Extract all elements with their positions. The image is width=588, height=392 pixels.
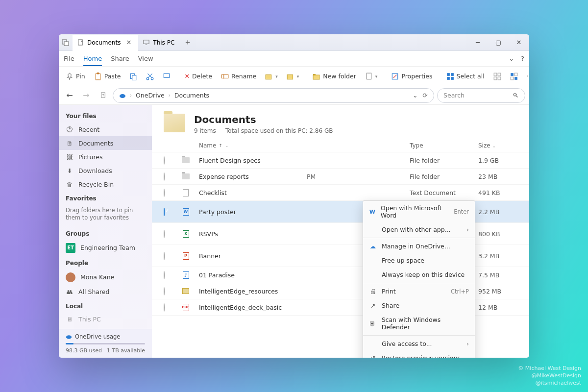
paste-button[interactable]: Paste	[91, 71, 124, 82]
context-item[interactable]: Open with other app...›	[363, 222, 475, 237]
sidebar-item-label: Recycle Bin	[78, 181, 114, 188]
onedrive-icon	[119, 92, 126, 99]
pin-button[interactable]: Pin	[63, 71, 88, 82]
file-icon	[181, 172, 190, 181]
file-row[interactable]: Fluent Design specs File folder 1.9 GB	[152, 152, 529, 169]
close-tab-icon[interactable]: ✕	[124, 39, 133, 46]
help-icon[interactable]: ?	[521, 55, 524, 62]
sidebar-item-group[interactable]: ET Engineering Team	[59, 240, 152, 256]
cut-button[interactable]	[143, 71, 157, 82]
shortcut: Ctrl+P	[451, 288, 469, 295]
breadcrumb-root[interactable]: OneDrive	[136, 92, 165, 99]
context-label: Print	[382, 288, 396, 295]
svg-rect-28	[514, 73, 517, 76]
sidebar-item-label: Recent	[78, 126, 99, 133]
doc-icon: 🗎	[66, 139, 74, 147]
add-tab-button[interactable]: ＋	[179, 37, 196, 48]
forward-button[interactable]: →	[79, 89, 93, 102]
sidebar-item-label: Documents	[78, 140, 113, 147]
svg-rect-15	[313, 74, 316, 75]
checkbox[interactable]	[164, 287, 165, 295]
tab-documents[interactable]: Documents ✕	[73, 35, 138, 51]
restore-icon: ↺	[369, 354, 377, 358]
checkbox[interactable]	[164, 230, 165, 238]
chevron-down-icon[interactable]: ⌄	[413, 92, 417, 99]
file-size: 800 KB	[478, 230, 517, 238]
context-item[interactable]: ↺Restore previous versions...	[363, 351, 475, 358]
file-row[interactable]: Expense reports PM File folder 23 MB	[152, 169, 529, 185]
file-name: IntelligentEdge_deck_basic	[199, 304, 307, 311]
checkbox[interactable]	[164, 208, 165, 216]
menu-share[interactable]: Share	[111, 55, 129, 62]
move-to-button[interactable]: ▾	[262, 71, 281, 82]
breadcrumb[interactable]: › OneDrive › Documents ⌄ ⟳	[113, 88, 434, 103]
maximize-button[interactable]: ▢	[488, 39, 509, 46]
menu-home[interactable]: Home	[83, 55, 102, 66]
sidebar-item-recent[interactable]: 🕑︎Recent	[59, 122, 152, 136]
column-size[interactable]: Size ⌄	[478, 142, 517, 149]
close-button[interactable]: ✕	[509, 39, 529, 46]
select-none-button[interactable]	[490, 71, 504, 82]
sidebar-item-this-pc[interactable]: 🖥︎ This PC	[59, 313, 152, 326]
new-folder-button[interactable]: New folder	[310, 71, 359, 82]
avatar	[66, 272, 75, 282]
copy-path-button[interactable]	[160, 71, 173, 82]
sidebar-heading-favorites: Favorites	[59, 191, 152, 205]
context-item[interactable]: Give access to...›	[363, 337, 475, 351]
context-item[interactable]: 🖨︎PrintCtrl+P	[363, 284, 475, 298]
invert-selection-button[interactable]	[507, 71, 521, 82]
minimize-button[interactable]: ─	[467, 39, 488, 46]
context-item[interactable]: ☁︎Manage in OneDrive...	[363, 239, 475, 253]
search-placeholder: Search	[443, 92, 465, 99]
page-title: Documents	[194, 114, 333, 125]
ribbon-collapse-icon[interactable]: ⌄	[509, 55, 514, 62]
sidebar-item-documents[interactable]: 🗎Documents	[59, 136, 152, 150]
sidebar-item-downloads[interactable]: ⬇︎Downloads	[59, 164, 152, 177]
breadcrumb-path[interactable]: Documents	[174, 92, 209, 99]
more-button[interactable]: ···	[524, 71, 529, 82]
context-item[interactable]: Free up space	[363, 253, 475, 268]
this-pc-label: This PC	[78, 316, 101, 323]
navbar: ← → › OneDrive › Documents ⌄ ⟳ Search 🔍︎	[59, 86, 529, 105]
sidebar-item-all-shared[interactable]: 👥︎ All Shared	[59, 285, 152, 299]
column-modified[interactable]	[307, 142, 410, 149]
menu-view[interactable]: View	[138, 55, 153, 62]
checkbox[interactable]	[164, 172, 165, 181]
menu-file[interactable]: File	[64, 55, 74, 62]
checkbox[interactable]	[164, 252, 165, 260]
toolbar: Pin Paste ✕Delete Rename ▾ ▾ New folder …	[59, 67, 529, 86]
copy-to-button[interactable]: ▾	[284, 71, 302, 82]
explorer-window: Documents ✕ This PC ＋ ─ ▢ ✕ File Home Sh…	[59, 34, 529, 358]
context-item[interactable]: Always keep on this device	[363, 268, 475, 282]
back-button[interactable]: ←	[63, 89, 76, 102]
delete-button[interactable]: ✕Delete	[181, 71, 215, 82]
document-icon	[77, 39, 84, 46]
file-icon: PDF	[181, 303, 190, 312]
checkbox[interactable]	[164, 156, 165, 165]
context-item[interactable]: WOpen with Microsoft WordEnter	[363, 201, 475, 222]
checkbox[interactable]	[164, 271, 165, 279]
up-button[interactable]	[96, 89, 110, 102]
task-view-icon[interactable]	[59, 39, 73, 46]
select-all-button[interactable]: Select all	[443, 71, 488, 82]
properties-button[interactable]: Properties	[388, 71, 435, 82]
file-icon	[181, 156, 190, 165]
context-item[interactable]: ↗︎Share	[363, 298, 475, 313]
file-row[interactable]: Checklist Text Document 491 KB	[152, 185, 529, 201]
rename-button[interactable]: Rename	[218, 71, 259, 82]
checkbox[interactable]	[164, 303, 165, 312]
tab-this-pc[interactable]: This PC	[138, 34, 179, 51]
new-item-button[interactable]: ▾	[362, 71, 381, 82]
context-item[interactable]: ⛨Scan with Windows Defender	[363, 313, 475, 334]
sidebar-item-pictures[interactable]: 🖼︎Pictures	[59, 150, 152, 164]
copy-button[interactable]	[126, 71, 140, 82]
sidebar-item-person[interactable]: Mona Kane	[59, 270, 152, 285]
sidebar-item-recyclebin[interactable]: 🗑︎Recycle Bin	[59, 177, 152, 191]
checkbox[interactable]	[164, 189, 165, 197]
refresh-icon[interactable]: ⟳	[423, 92, 428, 99]
file-name: Party poster	[199, 208, 307, 216]
column-type[interactable]: Type	[410, 142, 478, 149]
column-name[interactable]: Name ↑ ⌄	[199, 142, 307, 149]
people-icon: 👥︎	[66, 288, 74, 296]
search-input[interactable]: Search 🔍︎	[437, 88, 525, 103]
